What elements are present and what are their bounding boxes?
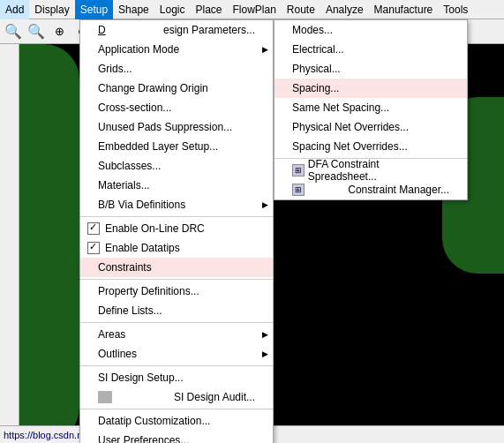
si-audit-icon [98, 391, 112, 403]
menu-shape[interactable]: Shape [113, 0, 154, 19]
menu-setup[interactable]: Setup [75, 0, 113, 19]
menu-place[interactable]: Place [190, 0, 227, 19]
menu-enable-drc[interactable]: Enable On-Line DRC [80, 219, 273, 238]
menu-subclasses[interactable]: Subclasses... [80, 156, 273, 176]
menu-tools[interactable]: Tools [438, 0, 473, 19]
submenu-modes[interactable]: Modes... [275, 20, 467, 40]
datatips-checkbox[interactable] [87, 242, 100, 254]
submenu-physical-net[interactable]: Physical Net Overrides... [275, 117, 467, 137]
sep1 [80, 216, 273, 217]
submenu-dfa[interactable]: ⊞ DFA Constraint Spreadsheet... [275, 161, 467, 180]
menu-app-mode[interactable]: Application Mode [80, 40, 273, 59]
menu-bb-via[interactable]: B/B Via Definitions [80, 195, 273, 214]
menu-manufacture[interactable]: Manufacture [369, 0, 439, 19]
menu-display[interactable]: Display [29, 0, 74, 19]
sep3 [80, 322, 273, 323]
submenu-spacing-net[interactable]: Spacing Net Overrides... [275, 137, 467, 156]
menu-grids[interactable]: Grids... [80, 59, 273, 79]
sep4 [80, 365, 273, 366]
constraints-submenu: Modes... Electrical... Physical... Spaci… [274, 19, 468, 200]
tb-zoom-in[interactable]: 🔍 [3, 21, 24, 42]
menu-change-origin[interactable]: Change Drawing Origin [80, 79, 273, 98]
menu-design-params[interactable]: Design Parameters... [80, 20, 273, 40]
menu-enable-datatips[interactable]: Enable Datatips [80, 238, 273, 258]
sep2 [80, 279, 273, 280]
menu-property-def[interactable]: Property Definitions... [80, 282, 273, 301]
menu-user-prefs[interactable]: User Preferences... [80, 431, 273, 443]
tb-zoom-out[interactable]: 🔍 [26, 21, 47, 42]
drc-checkbox[interactable] [87, 222, 100, 235]
submenu-same-net[interactable]: Same Net Spacing... [275, 98, 467, 117]
menu-materials[interactable]: Materials... [80, 176, 273, 195]
left-sidebar [0, 44, 19, 443]
menu-analyze[interactable]: Analyze [320, 0, 369, 19]
menu-si-design-audit[interactable]: SI Design Audit... [80, 387, 273, 407]
dfa-icon: ⊞ [292, 164, 305, 176]
menu-route[interactable]: Route [282, 0, 320, 19]
menu-embedded-layer[interactable]: Embedded Layer Setup... [80, 137, 273, 156]
constraint-mgr-icon: ⊞ [292, 184, 305, 196]
menu-outlines[interactable]: Outlines [80, 344, 273, 364]
menu-constraints[interactable]: Constraints [80, 258, 273, 277]
submenu-constraint-mgr[interactable]: ⊞ Constraint Manager... [275, 180, 467, 199]
menu-flowplan[interactable]: FlowPlan [228, 0, 282, 19]
menu-cross-section[interactable]: Cross-section... [80, 98, 273, 117]
menubar: Add Display Setup Shape Logic Place Flow… [0, 0, 504, 19]
submenu-electrical[interactable]: Electrical... [275, 40, 467, 59]
tb-zoom-fit[interactable]: ⊕ [49, 21, 70, 42]
sep5 [80, 409, 273, 409]
menu-logic[interactable]: Logic [154, 0, 191, 19]
menu-datatip-custom[interactable]: Datatip Customization... [80, 411, 273, 431]
submenu-physical[interactable]: Physical... [275, 59, 467, 79]
setup-dropdown: Design Parameters... Application Mode Gr… [79, 19, 274, 443]
menu-define-lists[interactable]: Define Lists... [80, 301, 273, 320]
menu-unused-pads[interactable]: Unused Pads Suppression... [80, 117, 273, 137]
menu-add[interactable]: Add [0, 0, 29, 19]
submenu-spacing[interactable]: Spacing... [275, 79, 467, 98]
menu-si-design-setup[interactable]: SI Design Setup... [80, 368, 273, 387]
menu-areas[interactable]: Areas [80, 325, 273, 344]
